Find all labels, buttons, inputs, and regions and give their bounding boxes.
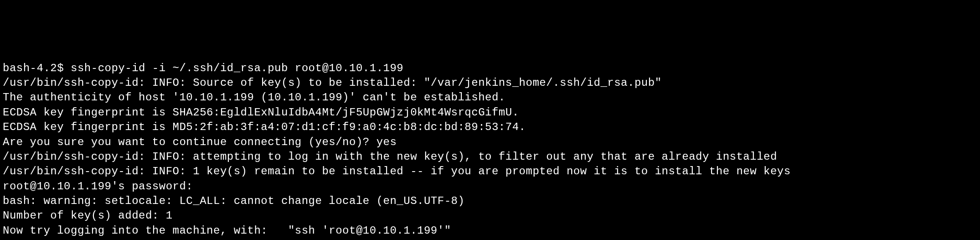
- output-line: Are you sure you want to continue connec…: [3, 135, 977, 150]
- output-line: bash: warning: setlocale: LC_ALL: cannot…: [3, 194, 977, 209]
- output-line: ECDSA key fingerprint is MD5:2f:ab:3f:a4…: [3, 120, 977, 135]
- output-line: /usr/bin/ssh-copy-id: INFO: Source of ke…: [3, 76, 977, 90]
- output-line: The authenticity of host '10.10.1.199 (1…: [3, 90, 977, 105]
- output-line: and check to make sure that only the key…: [3, 238, 977, 240]
- output-line: /usr/bin/ssh-copy-id: INFO: 1 key(s) rem…: [3, 164, 977, 179]
- output-line: root@10.10.1.199's password:: [3, 179, 977, 194]
- output-line: Number of key(s) added: 1: [3, 209, 977, 223]
- terminal-output[interactable]: bash-4.2$ ssh-copy-id -i ~/.ssh/id_rsa.p…: [3, 61, 977, 240]
- output-line: Now try logging into the machine, with: …: [3, 224, 977, 238]
- output-line: /usr/bin/ssh-copy-id: INFO: attempting t…: [3, 150, 977, 164]
- output-line: ECDSA key fingerprint is SHA256:EgldlExN…: [3, 105, 977, 120]
- command-text: ssh-copy-id -i ~/.ssh/id_rsa.pub root@10…: [71, 62, 403, 74]
- command-line: bash-4.2$ ssh-copy-id -i ~/.ssh/id_rsa.p…: [3, 61, 977, 76]
- shell-prompt: bash-4.2$: [3, 62, 71, 74]
